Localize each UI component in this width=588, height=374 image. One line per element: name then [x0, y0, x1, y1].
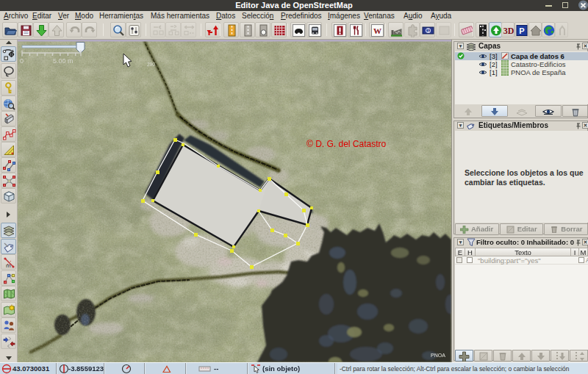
svg-text:© D. G. del Catastro: © D. G. del Catastro	[306, 139, 387, 149]
svg-text:1: 1	[427, 28, 430, 33]
svg-text:W: W	[373, 26, 381, 35]
svg-text:PNOA: PNOA	[431, 353, 445, 358]
svg-text:0: 0	[20, 57, 24, 65]
svg-text:5.00 m: 5.00 m	[53, 57, 74, 65]
svg-text:m: m	[6, 262, 11, 269]
svg-text:P: P	[519, 26, 524, 35]
svg-text:290: 290	[147, 62, 155, 67]
svg-text:3D: 3D	[503, 26, 514, 36]
